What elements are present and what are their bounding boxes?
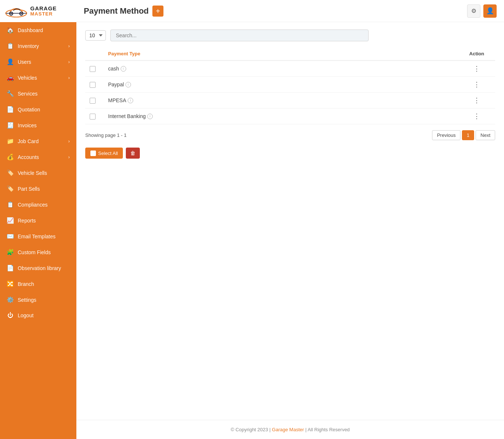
payment-type-2: Paypal: [108, 82, 124, 87]
logout-icon: ⏻: [7, 312, 14, 319]
sidebar-item-accounts[interactable]: 💰Accounts›: [0, 149, 76, 165]
sidebar-item-label-services: Services: [18, 91, 38, 97]
sidebar-item-label-invoices: Invoices: [18, 122, 37, 128]
custom-fields-icon: 🧩: [7, 249, 14, 256]
users-chevron-icon: ›: [68, 59, 70, 65]
sidebar-item-quotation[interactable]: 📄Quotation: [0, 101, 76, 117]
sidebar-item-label-inventory: Inventory: [18, 43, 39, 49]
toolbar: 10 25 50: [85, 30, 495, 41]
branch-icon: 🔀: [7, 280, 14, 287]
delete-icon: 🗑: [130, 150, 135, 156]
sidebar-item-label-observation-library: Observation library: [18, 265, 61, 271]
sidebar-item-dashboard[interactable]: 🏠Dashboard: [0, 22, 76, 38]
table-row: Paypali⋮: [85, 77, 495, 93]
sidebar-item-logout[interactable]: ⏻Logout: [0, 308, 76, 323]
inventory-chevron-icon: ›: [68, 44, 70, 49]
sidebar-item-reports[interactable]: 📈Reports: [0, 212, 76, 228]
logo-text: GARAGE MASTER: [30, 6, 57, 17]
sidebar-item-vehicles[interactable]: 🚗Vehicles›: [0, 70, 76, 86]
logo-sub: MASTER: [30, 11, 57, 17]
accounts-icon: 💰: [7, 153, 14, 160]
table-row: MPESAi⋮: [85, 93, 495, 108]
observation-library-icon: 📄: [7, 265, 14, 272]
vehicles-chevron-icon: ›: [68, 75, 70, 80]
page-1-button[interactable]: 1: [462, 130, 474, 140]
settings-icon-button[interactable]: ⚙: [467, 4, 480, 18]
logo-svg: [5, 4, 27, 18]
sidebar-item-job-card[interactable]: 📁Job Card›: [0, 133, 76, 149]
action-menu-2[interactable]: ⋮: [473, 81, 480, 88]
sidebar-item-vehicle-sells[interactable]: 🏷️Vehicle Sells: [0, 165, 76, 181]
page-title: Payment Method: [84, 6, 149, 16]
col-action: Action: [458, 47, 495, 61]
checkbox-row-1[interactable]: [90, 66, 96, 72]
previous-button[interactable]: Previous: [432, 130, 460, 140]
info-icon-4[interactable]: i: [147, 114, 153, 119]
info-icon-3[interactable]: i: [128, 98, 133, 103]
add-payment-button[interactable]: +: [152, 6, 163, 17]
sidebar-item-custom-fields[interactable]: 🧩Custom Fields: [0, 244, 76, 260]
sidebar-item-label-users: Users: [18, 59, 31, 65]
user-icon-button[interactable]: 👤: [483, 4, 497, 18]
checkbox-row-3[interactable]: [90, 98, 96, 104]
sidebar-item-label-vehicle-sells: Vehicle Sells: [18, 170, 47, 176]
info-icon-1[interactable]: i: [121, 66, 126, 72]
part-sells-icon: 🏷️: [7, 185, 14, 192]
col-checkbox: [85, 47, 104, 61]
page-title-area: Payment Method +: [84, 6, 463, 17]
sidebar-item-label-job-card: Job Card: [18, 138, 39, 144]
next-button[interactable]: Next: [476, 130, 495, 140]
sidebar-item-part-sells[interactable]: 🏷️Part Sells: [0, 181, 76, 197]
quotation-icon: 📄: [7, 106, 14, 113]
topbar: Payment Method + ⚙ 👤: [76, 0, 504, 22]
action-menu-4[interactable]: ⋮: [473, 113, 480, 120]
services-icon: 🔧: [7, 90, 14, 97]
sidebar-item-invoices[interactable]: 🧾Invoices: [0, 117, 76, 133]
select-all-button[interactable]: Select All: [85, 148, 123, 159]
footer-brand: Garage Master: [272, 427, 304, 432]
sidebar-item-label-compliances: Compliances: [18, 202, 48, 208]
delete-button[interactable]: 🗑: [126, 148, 140, 159]
bottom-actions: Select All 🗑: [85, 148, 495, 159]
payment-type-1: cash: [108, 66, 119, 72]
footer-text: © Copyright 2023 | Garage Master | All R…: [231, 427, 350, 432]
action-menu-3[interactable]: ⋮: [473, 97, 480, 104]
accounts-chevron-icon: ›: [68, 155, 70, 160]
logo-area: GARAGE MASTER: [0, 0, 76, 22]
payment-type-4: Internet Banking: [108, 113, 146, 119]
sidebar-item-services[interactable]: 🔧Services: [0, 86, 76, 101]
payment-type-3: MPESA: [108, 97, 126, 103]
action-menu-1[interactable]: ⋮: [473, 65, 480, 72]
sidebar-item-settings[interactable]: ⚙️Settings: [0, 292, 76, 308]
table-row: Internet Bankingi⋮: [85, 108, 495, 124]
sidebar-item-inventory[interactable]: 📋Inventory›: [0, 38, 76, 54]
select-all-label: Select All: [98, 151, 118, 156]
main-content: Payment Method + ⚙ 👤 10 25 50: [76, 0, 504, 439]
sidebar-item-label-email-templates: Email Templates: [18, 234, 55, 239]
search-input[interactable]: [110, 30, 369, 41]
sidebar-item-label-dashboard: Dashboard: [18, 27, 43, 33]
compliances-icon: 📋: [7, 201, 14, 208]
sidebar-item-branch[interactable]: 🔀Branch: [0, 276, 76, 292]
sidebar-item-observation-library[interactable]: 📄Observation library: [0, 260, 76, 276]
sidebar-item-label-custom-fields: Custom Fields: [18, 249, 51, 255]
sidebar-item-users[interactable]: 👤Users›: [0, 54, 76, 70]
job-card-chevron-icon: ›: [68, 139, 70, 144]
email-templates-icon: ✉️: [7, 233, 14, 240]
settings-icon: ⚙: [471, 7, 476, 14]
checkbox-row-2[interactable]: [90, 82, 96, 88]
sidebar-item-email-templates[interactable]: ✉️Email Templates: [0, 228, 76, 244]
reports-icon: 📈: [7, 217, 14, 224]
nav-items: 🏠Dashboard📋Inventory›👤Users›🚗Vehicles›🔧S…: [0, 22, 76, 323]
sidebar-item-label-reports: Reports: [18, 218, 36, 224]
table-body: cashi⋮Paypali⋮MPESAi⋮Internet Bankingi⋮: [85, 61, 495, 124]
topbar-right: ⚙ 👤: [467, 4, 497, 18]
content-area: 10 25 50 Payment Type Action cashi⋮Paypa…: [76, 22, 504, 420]
sidebar-item-compliances[interactable]: 📋Compliances: [0, 197, 76, 212]
logo-name: GARAGE: [30, 6, 57, 12]
checkbox-row-4[interactable]: [90, 114, 96, 120]
invoices-icon: 🧾: [7, 122, 14, 129]
table-header: Payment Type Action: [85, 47, 495, 61]
info-icon-2[interactable]: i: [125, 82, 131, 87]
per-page-select[interactable]: 10 25 50: [85, 30, 106, 41]
